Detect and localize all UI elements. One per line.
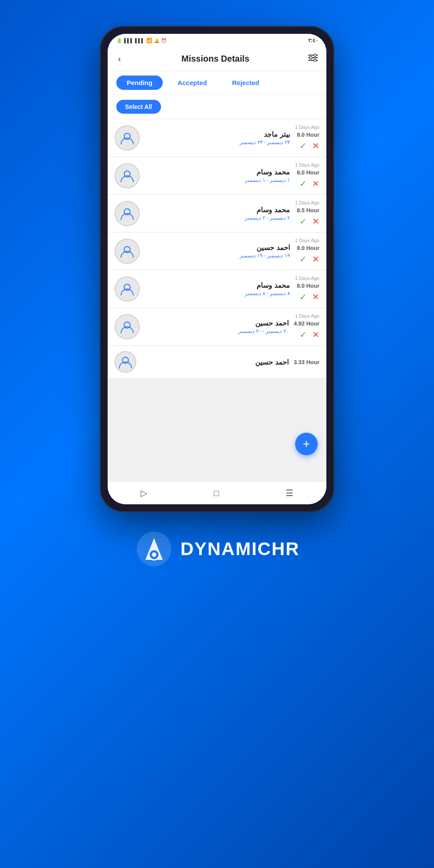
reject-button[interactable]: ✕ [312, 292, 319, 302]
avatar [115, 276, 140, 302]
mission-list: بيتر ماجد ٢٣ ديسمبر - ٢٣ ديسمبر 1 Days A… [108, 119, 326, 481]
accept-button[interactable]: ✓ [299, 292, 307, 302]
avatar [115, 239, 140, 264]
tab-accepted[interactable]: Accepted [167, 76, 217, 90]
card-info: بيتر ماجد ٢٣ ديسمبر - ٢٣ ديسمبر [145, 130, 290, 145]
time-ago: 1 Days Ago [295, 125, 319, 130]
card-info: احمد حسين [141, 358, 289, 366]
action-buttons: ✓ ✕ [299, 216, 319, 227]
avatar [115, 163, 140, 188]
table-row: بيتر ماجد ٢٣ ديسمبر - ٢٣ ديسمبر 1 Days A… [108, 119, 326, 156]
avatar [115, 351, 136, 373]
hours-value: 8.0 Hour [297, 169, 319, 176]
svg-point-5 [314, 59, 316, 62]
card-right: 1 Days Ago 8.0 Hour ✓ ✕ [295, 162, 319, 189]
action-buttons: ✓ ✕ [299, 254, 319, 264]
tab-rejected[interactable]: Rejected [222, 76, 270, 90]
person-name: محمد وسام [145, 206, 290, 214]
hours-value: 9.0 Hour [297, 132, 319, 138]
action-buttons: ✓ ✕ [299, 292, 319, 302]
action-buttons: ✓ ✕ [299, 329, 319, 340]
select-all-area: Select All [108, 95, 326, 119]
card-info: محمد وسام ٨ ديسمبر - ٨ ديسمبر [145, 281, 290, 296]
time-ago: 1 Days Ago [295, 200, 319, 205]
table-row: محمد وسام ٨ ديسمبر - ٨ ديسمبر 1 Days Ago… [108, 270, 326, 307]
accept-button[interactable]: ✓ [299, 178, 307, 189]
svg-point-4 [309, 56, 312, 59]
card-info: محمد وسام ٢ ديسمبر - ٢ ديسمبر [145, 206, 290, 221]
reject-button[interactable]: ✕ [312, 216, 319, 227]
wifi-icon: 📶 [146, 38, 152, 43]
reject-button[interactable]: ✕ [312, 329, 319, 340]
hours-value: 4.92 Hour [294, 320, 319, 327]
date-range: ٢٠ ديسمبر - ٢٠ ديسمبر [145, 328, 289, 334]
time-ago: 1 Days Ago [295, 313, 319, 319]
notification-icon: 🔔 [154, 38, 159, 43]
status-time: ٢:٤٠ [308, 37, 318, 43]
bottom-nav: ▷ □ ☰ [108, 481, 326, 504]
date-range: ١٩ ديسمبر - ١٩ ديسمبر [145, 253, 290, 259]
card-right: 1 Days Ago 4.92 Hour ✓ ✕ [294, 313, 319, 340]
accept-button[interactable]: ✓ [299, 141, 307, 151]
reject-button[interactable]: ✕ [312, 141, 319, 151]
tab-pending[interactable]: Pending [116, 76, 163, 90]
brand-name: DYNAMICHR [181, 539, 300, 559]
person-name: محمد وسام [145, 168, 290, 176]
hours-value: 8.5 Hour [297, 207, 319, 214]
card-right: 1 Days Ago 9.0 Hour ✓ ✕ [295, 125, 319, 151]
status-bar: 🔋 ▌▌▌ ▌▌▌ 📶 🔔 ⏰ ٢:٤٠ [108, 34, 326, 47]
brand-logo: DYNAMICHR [135, 529, 300, 569]
card-info: احمد حسين ٢٠ ديسمبر - ٢٠ ديسمبر [145, 319, 289, 334]
hours-value: 8.0 Hour [297, 245, 319, 251]
status-icons: 🔋 ▌▌▌ ▌▌▌ 📶 🔔 ⏰ [116, 38, 166, 43]
action-buttons: ✓ ✕ [299, 178, 319, 189]
phone-screen: 🔋 ▌▌▌ ▌▌▌ 📶 🔔 ⏰ ٢:٤٠ ‹ Missions Details [108, 34, 326, 504]
accept-button[interactable]: ✓ [299, 329, 307, 340]
signal-icon: ▌▌▌ [124, 38, 133, 43]
person-name: احمد حسين [145, 243, 290, 252]
svg-point-3 [314, 54, 316, 56]
person-name: محمد وسام [145, 281, 290, 289]
time-ago: 1 Days Ago [295, 162, 319, 168]
date-range: ٨ ديسمبر - ٨ ديسمبر [145, 290, 290, 296]
date-range: ٢٣ ديسمبر - ٢٣ ديسمبر [145, 139, 290, 145]
alarm-icon: ⏰ [161, 38, 166, 43]
table-row: محمد وسام ١ ديسمبر - ١ ديسمبر 1 Days Ago… [108, 157, 326, 194]
reject-button[interactable]: ✕ [312, 178, 319, 189]
card-right: 1 Days Ago 8.0 Hour ✓ ✕ [295, 276, 319, 302]
signal-icon-2: ▌▌▌ [135, 38, 144, 43]
accept-button[interactable]: ✓ [299, 254, 307, 264]
back-button[interactable]: ‹ [116, 52, 123, 66]
filter-button[interactable] [308, 54, 318, 64]
date-range: ٢ ديسمبر - ٢ ديسمبر [145, 215, 290, 221]
time-ago: 1 Days Ago [295, 238, 319, 243]
tab-bar: Pending Accepted Rejected [108, 71, 326, 95]
nav-menu-icon[interactable]: ☰ [286, 488, 293, 498]
card-right: 3.33 Hour [294, 359, 319, 365]
hours-value: 3.33 Hour [294, 359, 319, 365]
card-info: احمد حسين ١٩ ديسمبر - ١٩ ديسمبر [145, 243, 290, 259]
time-ago: 1 Days Ago [295, 276, 319, 281]
date-range: ١ ديسمبر - ١ ديسمبر [145, 177, 290, 183]
table-row: احمد حسين ١٩ ديسمبر - ١٩ ديسمبر 1 Days A… [108, 233, 326, 270]
nav-play-icon[interactable]: ▷ [141, 488, 147, 498]
table-row: احمد حسين 3.33 Hour [108, 346, 326, 378]
logo-icon [135, 529, 174, 569]
person-name: احمد حسين [145, 319, 289, 327]
reject-button[interactable]: ✕ [312, 254, 319, 264]
person-name: بيتر ماجد [145, 130, 290, 138]
action-buttons: ✓ ✕ [299, 141, 319, 151]
fab-add-button[interactable]: + [295, 433, 318, 455]
avatar [115, 125, 140, 151]
avatar [115, 314, 140, 339]
nav-home-icon[interactable]: □ [214, 488, 219, 498]
phone-frame: 🔋 ▌▌▌ ▌▌▌ 📶 🔔 ⏰ ٢:٤٠ ‹ Missions Details [100, 26, 334, 512]
select-all-button[interactable]: Select All [116, 100, 161, 114]
battery-icon: 🔋 [116, 38, 122, 43]
table-row: احمد حسين ٢٠ ديسمبر - ٢٠ ديسمبر 1 Days A… [108, 308, 326, 345]
person-name: احمد حسين [141, 358, 289, 366]
accept-button[interactable]: ✓ [299, 216, 307, 227]
card-right: 1 Days Ago 8.0 Hour ✓ ✕ [295, 238, 319, 264]
avatar [115, 201, 140, 226]
table-row: محمد وسام ٢ ديسمبر - ٢ ديسمبر 1 Days Ago… [108, 195, 326, 232]
